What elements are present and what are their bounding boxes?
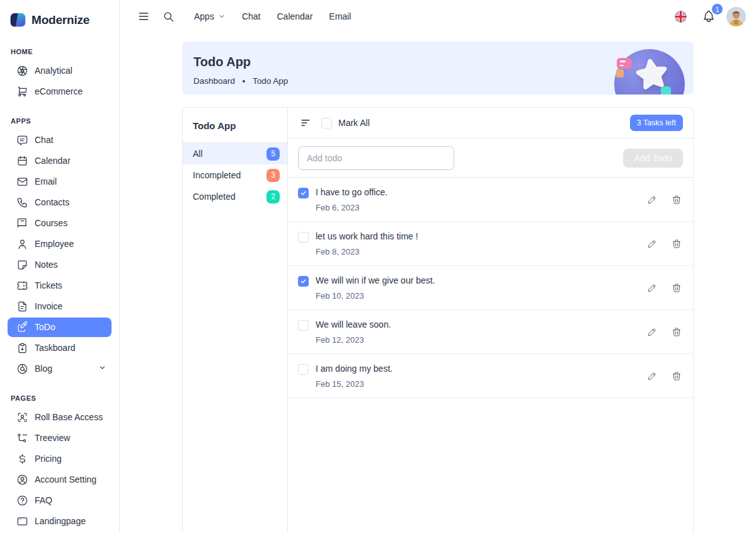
sidebar-item-pricing[interactable]: Pricing [8, 449, 112, 469]
edit-todo-button[interactable] [646, 326, 658, 338]
sidebar-item-chat[interactable]: Chat [8, 130, 112, 150]
sidebar-item-analytical[interactable]: Analytical [8, 61, 112, 81]
todo-filter-label: Incompleted [193, 170, 241, 180]
todo-item-title: let us work hard this time ! [316, 231, 418, 241]
topnav-item-email[interactable]: Email [321, 7, 359, 26]
todo-app-card: Todo App All5Incompleted3Completed2 Mark… [182, 107, 694, 533]
todo-item: I have to go office.Feb 6, 2023 [288, 178, 693, 222]
brand-logo[interactable]: Modernize [0, 8, 119, 33]
topnav-item-chat[interactable]: Chat [234, 7, 269, 26]
todo-item-checkbox[interactable] [298, 320, 309, 331]
sidebar-item-calendar[interactable]: Calendar [8, 151, 112, 171]
mark-all-checkbox[interactable] [321, 118, 332, 129]
notification-count-badge: 1 [712, 4, 723, 14]
todo-filter-incompleted[interactable]: Incompleted3 [183, 164, 287, 186]
help-icon [16, 495, 28, 507]
tasks-left-badge: 3 Tasks left [630, 115, 683, 131]
trash-icon [672, 327, 682, 337]
topnav-item-label: Chat [242, 11, 261, 21]
sidebar-item-todo[interactable]: ToDo [8, 318, 112, 337]
sidebar-item-label: Roll Base Access [35, 412, 103, 423]
sidebar-item-roll-base-access[interactable]: Roll Base Access [8, 408, 112, 427]
sidebar-item-account-setting[interactable]: Account Setting [8, 470, 112, 490]
sidebar-item-email[interactable]: Email [8, 172, 112, 192]
edit-todo-button[interactable] [646, 193, 658, 206]
breadcrumb-separator [243, 80, 245, 83]
sidebar-item-taskboard[interactable]: Taskboard [8, 338, 112, 358]
todo-item-title: I have to go office. [316, 187, 387, 197]
sidebar-item-faq[interactable]: FAQ [8, 491, 112, 510]
topbar-nav: AppsChatCalendarEmail [186, 7, 359, 26]
sidebar-item-courses[interactable]: Courses [8, 214, 112, 233]
add-todo-button[interactable]: Add Todo [623, 149, 683, 168]
chevron-down-icon [98, 364, 106, 374]
sort-tasks-button[interactable] [298, 115, 313, 130]
todo-filter-all[interactable]: All5 [183, 143, 287, 164]
avatar-image [726, 7, 746, 26]
sidebar-item-ecommerce[interactable]: eCommerce [8, 82, 112, 101]
course-icon [16, 217, 28, 229]
delete-todo-button[interactable] [670, 193, 683, 206]
delete-todo-button[interactable] [670, 238, 683, 250]
topnav-item-calendar[interactable]: Calendar [269, 7, 321, 26]
employee-icon [16, 238, 28, 250]
sidebar-section-apps: APPS [0, 103, 119, 129]
invoice-icon [16, 301, 28, 312]
todo-item-checkbox[interactable] [298, 364, 309, 375]
sidebar-item-notes[interactable]: Notes [8, 255, 112, 275]
sort-lines-icon [299, 117, 312, 129]
breadcrumb-item-dashboard[interactable]: Dashboard [193, 76, 235, 86]
edit-todo-button[interactable] [646, 370, 658, 382]
check-icon [300, 190, 307, 197]
sidebar-item-label: FAQ [35, 495, 52, 506]
add-todo-input[interactable] [298, 146, 454, 170]
sidebar-item-tickets[interactable]: Tickets [8, 276, 112, 295]
sidebar-item-blog[interactable]: Blog [8, 359, 112, 379]
todo-panel-title: Todo App [183, 108, 287, 142]
todo-filter-label: All [193, 149, 203, 159]
delete-todo-button[interactable] [670, 326, 683, 338]
search-button[interactable] [159, 7, 178, 26]
sidebar-item-label: Chat [35, 135, 54, 146]
add-todo-form: Add Todo [288, 139, 693, 178]
todo-toolbar: Mark All 3 Tasks left [288, 108, 693, 139]
todo-illustration-square [616, 69, 624, 77]
sidebar-item-label: Tickets [35, 280, 62, 291]
topnav-item-label: Email [329, 11, 351, 21]
todo-filter-panel: Todo App All5Incompleted3Completed2 [183, 108, 288, 533]
todo-item-checkbox[interactable] [298, 276, 309, 287]
sidebar-item-label: Taskboard [35, 343, 76, 353]
todo-item-checkbox[interactable] [298, 188, 309, 198]
todo-item-date: Feb 10, 2023 [316, 291, 435, 301]
notifications-button[interactable]: 1 [698, 6, 719, 27]
todo-list: I have to go office.Feb 6, 2023let us wo… [288, 178, 693, 398]
menu-toggle-button[interactable] [134, 6, 154, 26]
delete-todo-button[interactable] [670, 370, 683, 382]
todo-item-date: Feb 6, 2023 [316, 203, 387, 212]
todo-item-checkbox[interactable] [298, 232, 309, 243]
todo-illustration-card [617, 58, 632, 69]
trash-icon [672, 195, 682, 205]
main-column: AppsChatCalendarEmail [120, 0, 756, 533]
sidebar-item-landingpage[interactable]: Landingpage [8, 512, 112, 531]
sidebar-item-label: Email [35, 176, 57, 187]
sidebar-item-label: Courses [35, 218, 67, 229]
edit-todo-button[interactable] [646, 238, 658, 250]
todo-item: We will win if we give our best.Feb 10, … [288, 266, 693, 310]
todo-filter-count-badge: 2 [266, 190, 280, 203]
language-flag-button[interactable] [670, 6, 691, 27]
sidebar-item-employee[interactable]: Employee [8, 234, 112, 254]
todo-illustration-bar [661, 86, 671, 95]
mark-all-label: Mark All [338, 118, 370, 128]
sidebar-item-invoice[interactable]: Invoice [8, 297, 112, 316]
sidebar-item-contacts[interactable]: Contacts [8, 193, 112, 212]
todo-filter-completed[interactable]: Completed2 [183, 186, 287, 207]
check-icon [300, 278, 307, 285]
profile-avatar[interactable] [726, 7, 746, 26]
topbar-right: 1 [670, 6, 746, 27]
app-root: Modernize HOMEAnalyticaleCommerceAPPSCha… [0, 0, 756, 533]
topnav-item-apps[interactable]: Apps [186, 7, 234, 26]
delete-todo-button[interactable] [670, 282, 683, 294]
sidebar-item-treeview[interactable]: Treeview [8, 428, 112, 448]
edit-todo-button[interactable] [646, 282, 658, 294]
